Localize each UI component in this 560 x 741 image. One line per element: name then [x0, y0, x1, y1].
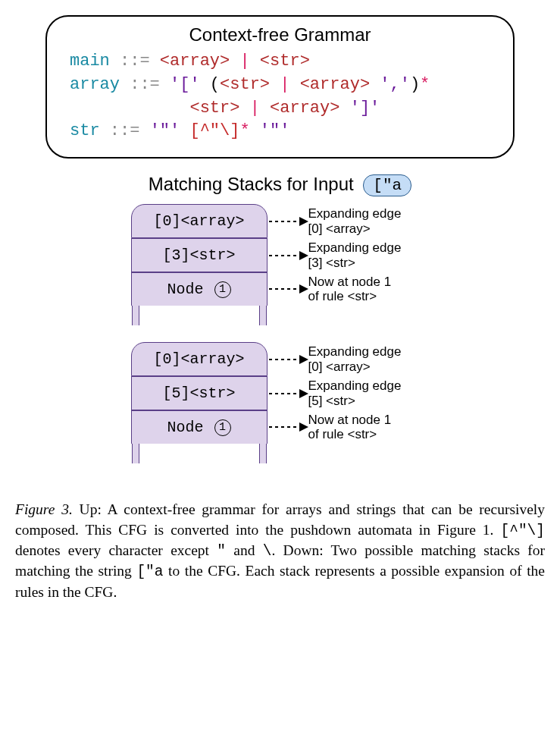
- input-chip: ["a: [363, 174, 411, 196]
- desc-line: Now at node 1: [308, 413, 430, 428]
- dashed-arrow-icon: [267, 281, 308, 297]
- stack-leg-icon: [132, 306, 139, 325]
- stack-leg-icon: [259, 444, 267, 463]
- svg-marker-5: [299, 284, 308, 294]
- desc-line: [5] <str>: [308, 394, 430, 409]
- stack-row: [3]<str> Expanding edge [3] <str>: [131, 238, 430, 272]
- stack-row-description: Expanding edge [3] <str>: [308, 240, 430, 270]
- stack-cell: [0]<array>: [131, 342, 267, 376]
- stack-row-description: Now at node 1 of rule <str>: [308, 275, 430, 304]
- desc-line: Expanding edge: [308, 344, 430, 360]
- stacks-title: Matching Stacks for Input ["a: [15, 174, 545, 196]
- stack-row: [0]<array> Expanding edge [0] <array>: [131, 204, 430, 238]
- desc-line: [0] <array>: [308, 221, 430, 237]
- stack-row: [0]<array> Expanding edge [0] <array>: [131, 342, 430, 376]
- stack-row: Node 1 Now at node 1 of rule <str>: [131, 272, 430, 306]
- stack-block: [0]<array> Expanding edge [0] <array> [3…: [15, 204, 545, 325]
- stack-leg-icon: [132, 444, 139, 463]
- dashed-arrow-icon: [267, 248, 308, 263]
- stack-cell-label: [5]<str>: [162, 385, 235, 402]
- svg-marker-1: [299, 217, 308, 226]
- grammar-line: array ::= '[' (<str> | <array> ',')*: [70, 74, 490, 97]
- desc-line: [3] <str>: [308, 256, 430, 271]
- stack-row: [5]<str> Expanding edge [5] <str>: [131, 376, 430, 410]
- stack-cell: Node 1: [131, 410, 267, 444]
- dashed-arrow-icon: [267, 419, 308, 435]
- stacks-title-text: Matching Stacks for Input: [149, 174, 354, 194]
- stack-cell: [5]<str>: [131, 376, 267, 410]
- stack-cell-label: [0]<array>: [153, 212, 244, 230]
- stack-row-description: Expanding edge [0] <array>: [308, 206, 430, 236]
- caption-part1: Up: A context-free grammar for arrays an…: [15, 501, 545, 537]
- caption-code1: [^"\]: [500, 523, 545, 539]
- dashed-arrow-icon: [267, 214, 308, 229]
- grammar-line: <str> | <array> ']': [70, 97, 490, 121]
- desc-line: Expanding edge: [308, 240, 430, 256]
- grammar-box: Context-free Grammar main ::= <array> | …: [45, 15, 515, 159]
- caption-mid1: denotes every character except: [15, 542, 217, 558]
- caption-code3: \: [263, 543, 272, 560]
- dashed-arrow-icon: [267, 352, 308, 367]
- stack-row-description: Now at node 1 of rule <str>: [308, 413, 430, 442]
- svg-marker-7: [299, 355, 308, 364]
- desc-line: of rule <str>: [308, 289, 430, 304]
- caption-code2: ": [217, 543, 226, 560]
- grammar-title: Context-free Grammar: [70, 24, 490, 46]
- stack-row: Node 1 Now at node 1 of rule <str>: [131, 410, 430, 444]
- desc-line: Expanding edge: [308, 206, 430, 221]
- stack-legs: [131, 306, 430, 325]
- caption-mid2: and: [226, 542, 263, 558]
- circled-number-icon: 1: [214, 281, 231, 298]
- stack-leg-icon: [259, 306, 267, 325]
- svg-marker-3: [299, 251, 308, 260]
- stack-cell: Node 1: [131, 272, 267, 306]
- desc-line: [0] <array>: [308, 360, 430, 375]
- stack-row-description: Expanding edge [5] <str>: [308, 378, 430, 408]
- grammar-line: main ::= <array> | <str>: [70, 50, 490, 74]
- stack-row-description: Expanding edge [0] <array>: [308, 344, 430, 374]
- caption-code4: ["a: [136, 564, 163, 580]
- circled-number-icon: 1: [214, 419, 231, 436]
- stacks-container: [0]<array> Expanding edge [0] <array> [3…: [15, 204, 545, 463]
- figure-caption: Figure 3. Up: A context-free grammar for…: [15, 500, 545, 602]
- desc-line: of rule <str>: [308, 427, 430, 442]
- grammar-lines: main ::= <array> | <str>array ::= '[' (<…: [70, 50, 490, 143]
- stack-legs: [131, 444, 430, 463]
- desc-line: Now at node 1: [308, 275, 430, 290]
- stack-cell-label: [3]<str>: [162, 246, 235, 264]
- figure-label: Figure 3.: [15, 501, 73, 517]
- stack-cell-label: [0]<array>: [153, 350, 244, 368]
- desc-line: Expanding edge: [308, 378, 430, 394]
- svg-marker-9: [299, 389, 308, 398]
- dashed-arrow-icon: [267, 386, 308, 401]
- stack-cell-label: Node: [167, 281, 203, 298]
- stack-cell: [3]<str>: [131, 238, 267, 272]
- stack-cell-label: Node: [167, 419, 203, 436]
- grammar-line: str ::= '"' [^"\]* '"': [70, 120, 490, 143]
- svg-marker-11: [299, 422, 308, 432]
- stack-block: [0]<array> Expanding edge [0] <array> [5…: [15, 342, 545, 463]
- stack-cell: [0]<array>: [131, 204, 267, 238]
